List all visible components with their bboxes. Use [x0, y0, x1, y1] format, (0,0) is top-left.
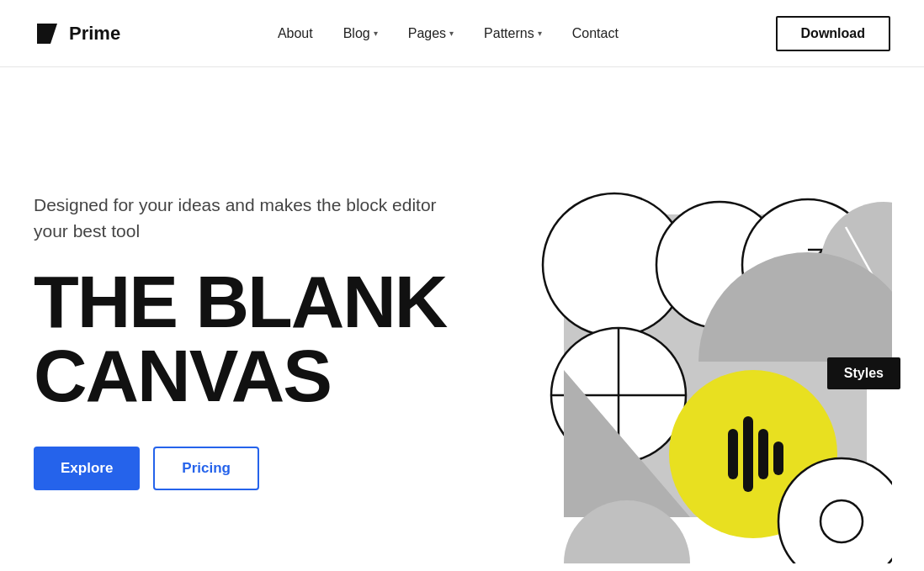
- svg-point-18: [820, 500, 863, 542]
- download-button[interactable]: Download: [776, 16, 890, 51]
- nav-item-blog[interactable]: Blog ▾: [343, 26, 378, 41]
- chevron-down-icon: ▾: [449, 29, 454, 38]
- hero-section: Designed for your ideas and makes the bl…: [0, 67, 924, 563]
- nav-item-about[interactable]: About: [278, 26, 313, 41]
- navbar: Prime About Blog ▾ Pages ▾ Patterns ▾: [0, 0, 924, 67]
- svg-marker-0: [37, 24, 57, 44]
- hero-illustration: Styles: [471, 118, 892, 563]
- explore-button[interactable]: Explore: [34, 447, 140, 490]
- svg-rect-13: [743, 416, 753, 492]
- hero-graphic: [471, 118, 892, 563]
- pricing-button[interactable]: Pricing: [153, 447, 259, 490]
- nav-link-patterns[interactable]: Patterns ▾: [484, 26, 542, 41]
- svg-rect-15: [773, 441, 783, 475]
- hero-title-line1: THE BLANK: [34, 260, 446, 343]
- logo-icon: [34, 20, 61, 47]
- svg-rect-14: [758, 429, 768, 479]
- nav-link-contact[interactable]: Contact: [572, 26, 619, 41]
- nav-item-contact[interactable]: Contact: [572, 26, 619, 41]
- hero-buttons: Explore Pricing: [34, 447, 471, 490]
- nav-link-blog[interactable]: Blog ▾: [343, 26, 378, 41]
- hero-title-line2: CANVAS: [34, 334, 331, 417]
- nav-link-about[interactable]: About: [278, 26, 313, 41]
- logo-text: Prime: [69, 23, 120, 45]
- nav-item-pages[interactable]: Pages ▾: [408, 26, 454, 41]
- nav-link-pages[interactable]: Pages ▾: [408, 26, 454, 41]
- hero-subtitle: Designed for your ideas and makes the bl…: [34, 192, 471, 245]
- chevron-down-icon: ▾: [374, 29, 378, 38]
- hero-title: THE BLANK CANVAS: [34, 265, 471, 413]
- styles-badge: Styles: [827, 357, 900, 389]
- svg-rect-12: [728, 429, 738, 479]
- nav-links: About Blog ▾ Pages ▾ Patterns ▾ Contact: [278, 26, 619, 41]
- chevron-down-icon: ▾: [538, 29, 542, 38]
- hero-left-content: Designed for your ideas and makes the bl…: [34, 192, 471, 490]
- logo[interactable]: Prime: [34, 20, 120, 47]
- nav-item-patterns[interactable]: Patterns ▾: [484, 26, 542, 41]
